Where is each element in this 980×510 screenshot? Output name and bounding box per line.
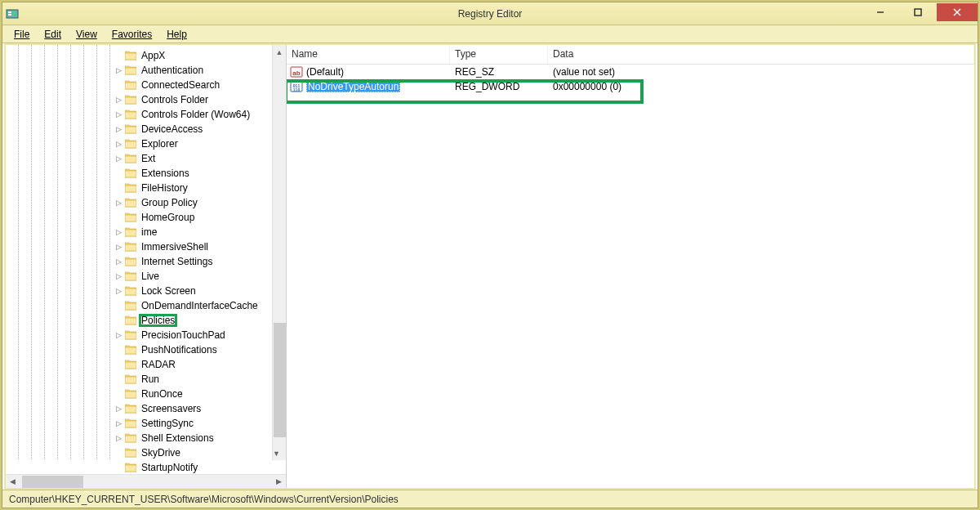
tree-item[interactable]: ▷RADAR — [114, 357, 286, 372]
value-name: NoDriveTypeAutorun — [306, 81, 400, 92]
scrollbar-thumb[interactable] — [22, 476, 83, 488]
tree-item-label: Live — [140, 271, 161, 282]
expander-icon[interactable]: ▷ — [114, 287, 123, 295]
scrollbar-thumb[interactable] — [274, 323, 286, 437]
folder-icon — [125, 51, 136, 60]
tree-item-label: SkyDrive — [140, 447, 182, 459]
tree-item[interactable]: ▷ConnectedSearch — [114, 78, 286, 92]
folder-icon — [125, 242, 136, 252]
tree-item[interactable]: ▷Explorer — [114, 136, 286, 151]
folder-icon — [125, 139, 136, 149]
content-area: ▷AppX▷Authentication▷ConnectedSearch▷Con… — [4, 43, 976, 490]
tree-item-label: HomeGroup — [140, 212, 196, 223]
tree-pane: ▷AppX▷Authentication▷ConnectedSearch▷Con… — [6, 45, 287, 488]
value-type: REG_SZ — [450, 66, 548, 78]
tree-item[interactable]: ▷FileHistory — [114, 181, 286, 195]
tree-item-label: Internet Settings — [140, 256, 214, 267]
tree-item-label: ConnectedSearch — [140, 79, 221, 91]
tree-item-label: PrecisionTouchPad — [140, 329, 227, 341]
expander-icon[interactable]: ▷ — [114, 96, 123, 104]
tree-item[interactable]: ▷Controls Folder (Wow64) — [114, 107, 286, 122]
tree-item-label: StartupNotify — [140, 462, 199, 473]
expander-icon[interactable]: ▷ — [114, 140, 123, 148]
tree-item[interactable]: ▷Run — [114, 372, 286, 387]
expander-icon[interactable]: ▷ — [114, 110, 123, 119]
tree-item[interactable]: ▷AppX — [114, 48, 286, 63]
expander-icon[interactable]: ▷ — [114, 257, 123, 266]
value-row[interactable]: 011110NoDriveTypeAutorunREG_DWORD0x00000… — [287, 79, 974, 94]
folder-icon — [125, 315, 136, 325]
tree-item[interactable]: ▷Shell Extensions — [114, 431, 286, 445]
column-headers: Name Type Data — [287, 45, 974, 65]
expander-icon[interactable]: ▷ — [114, 419, 123, 427]
status-path: Computer\HKEY_CURRENT_USER\Software\Micr… — [9, 494, 399, 505]
tree-item[interactable]: ▷Ext — [114, 151, 286, 166]
expander-icon[interactable]: ▷ — [114, 199, 123, 207]
folder-icon — [125, 110, 136, 119]
tree-item[interactable]: ▷PrecisionTouchPad — [114, 328, 286, 342]
value-data: (value not set) — [548, 66, 974, 78]
folder-icon — [125, 65, 136, 75]
svg-text:110: 110 — [293, 87, 301, 92]
tree-item-label: ImmersiveShell — [140, 241, 210, 253]
expander-icon[interactable]: ▷ — [114, 405, 123, 413]
tree-item[interactable]: ▷RunOnce — [114, 387, 286, 401]
menu-help[interactable]: Help — [160, 27, 194, 42]
tree-item[interactable]: ▷OnDemandInterfaceCache — [114, 298, 286, 313]
tree-item[interactable]: ▷PushNotifications — [114, 342, 286, 357]
value-data: 0x00000000 (0) — [548, 81, 974, 92]
tree-item-label: PushNotifications — [140, 344, 219, 356]
tree-item[interactable]: ▷Policies — [114, 313, 286, 328]
tree-item[interactable]: ▷Extensions — [114, 166, 286, 181]
tree-vertical-scrollbar[interactable]: ▲ ▼ — [272, 45, 286, 460]
tree-item[interactable]: ▷Group Policy — [114, 195, 286, 210]
column-name[interactable]: Name — [287, 45, 450, 64]
tree-item-label: Controls Folder (Wow64) — [140, 109, 252, 120]
menu-view[interactable]: View — [69, 27, 104, 42]
tree-item-label: ime — [140, 226, 158, 238]
tree-item[interactable]: ▷StartupNotify — [114, 460, 286, 474]
menu-edit[interactable]: Edit — [38, 27, 68, 42]
expander-icon[interactable]: ▷ — [114, 243, 123, 251]
menu-file[interactable]: File — [7, 27, 36, 42]
tree-item[interactable]: ▷ImmersiveShell — [114, 239, 286, 254]
expander-icon[interactable]: ▷ — [114, 331, 123, 339]
column-data[interactable]: Data — [548, 45, 974, 64]
tree-item[interactable]: ▷Live — [114, 269, 286, 284]
folder-icon — [125, 433, 136, 443]
tree-item-label: Controls Folder — [140, 94, 210, 105]
folder-icon — [125, 374, 136, 384]
titlebar[interactable]: Registry Editor — [2, 2, 978, 25]
expander-icon[interactable]: ▷ — [114, 434, 123, 442]
tree-item[interactable]: ▷Lock Screen — [114, 284, 286, 298]
expander-icon[interactable]: ▷ — [114, 228, 123, 236]
expander-icon[interactable]: ▷ — [114, 125, 123, 133]
tree-item-label: RADAR — [140, 359, 177, 370]
tree-item[interactable]: ▷ime — [114, 225, 286, 239]
minimize-button[interactable] — [862, 3, 899, 21]
close-button[interactable] — [937, 3, 978, 21]
expander-icon[interactable]: ▷ — [114, 154, 123, 163]
menu-favorites[interactable]: Favorites — [105, 27, 158, 42]
tree-item-label: Screensavers — [140, 403, 203, 414]
maximize-button[interactable] — [899, 3, 937, 21]
tree-item[interactable]: ▷Controls Folder — [114, 92, 286, 107]
tree-item-label: Run — [140, 374, 161, 385]
value-row[interactable]: ab(Default)REG_SZ(value not set) — [287, 65, 974, 79]
tree-item[interactable]: ▷Authentication — [114, 63, 286, 78]
tree-item[interactable]: ▷DeviceAccess — [114, 122, 286, 136]
folder-icon — [125, 257, 136, 266]
tree-item[interactable]: ▷SettingSync — [114, 416, 286, 431]
tree-item[interactable]: ▷HomeGroup — [114, 210, 286, 225]
svg-rect-1 — [8, 11, 11, 13]
tree-item[interactable]: ▷Internet Settings — [114, 254, 286, 269]
tree-horizontal-scrollbar[interactable]: ◀ ▶ — [6, 474, 286, 488]
tree-item[interactable]: ▷SkyDrive — [114, 445, 286, 460]
expander-icon[interactable]: ▷ — [114, 66, 123, 74]
expander-icon[interactable]: ▷ — [114, 272, 123, 280]
tree-item[interactable]: ▷Screensavers — [114, 401, 286, 416]
tree-item-label: Lock Screen — [140, 285, 198, 297]
registry-editor-window: Registry Editor File Edit View Favorites… — [2, 2, 978, 508]
tree-item-label: AppX — [140, 50, 167, 61]
column-type[interactable]: Type — [450, 45, 548, 64]
